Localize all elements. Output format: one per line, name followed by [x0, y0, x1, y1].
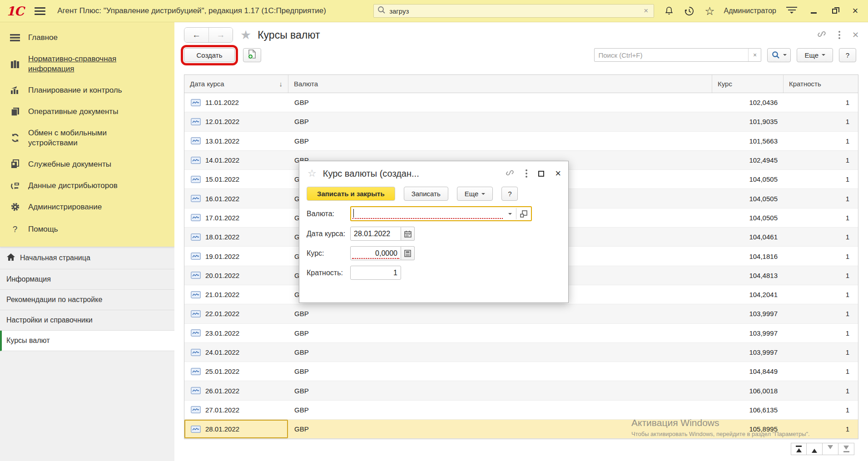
rate-input[interactable]: 0,0000 — [350, 246, 401, 260]
cell-date[interactable]: 16.01.2022 — [184, 189, 288, 208]
column-header-currency[interactable]: Валюта — [288, 75, 712, 93]
form-menu-kebab-icon[interactable] — [526, 169, 527, 178]
pin-star-icon[interactable]: ☆ — [308, 168, 317, 179]
cell-mult[interactable]: 1 — [783, 343, 859, 362]
cell-mult[interactable]: 1 — [783, 93, 859, 112]
column-header-date[interactable]: Дата курса ↓ — [184, 75, 288, 93]
minimize-button[interactable] — [809, 6, 818, 15]
form-menu-kebab-icon[interactable] — [838, 31, 840, 39]
back-button[interactable]: ← — [184, 28, 208, 42]
help-button[interactable]: ? — [839, 48, 856, 62]
cell-currency[interactable]: GBP — [288, 93, 712, 112]
dialog-more-button[interactable]: Еще — [457, 187, 493, 201]
get-link-icon[interactable] — [505, 168, 515, 179]
cell-rate[interactable]: 104,4813 — [712, 266, 783, 285]
cell-date[interactable]: 23.01.2022 — [184, 324, 288, 342]
cell-rate[interactable]: 102,4945 — [712, 151, 783, 169]
scroll-to-top-button[interactable] — [791, 443, 807, 455]
cell-date[interactable]: 11.01.2022 — [184, 93, 288, 112]
scroll-to-bottom-button[interactable] — [838, 443, 854, 455]
cell-mult[interactable]: 1 — [783, 266, 859, 285]
cell-mult[interactable]: 1 — [783, 420, 859, 438]
load-rates-button[interactable] — [243, 48, 261, 62]
currency-dropdown-icon[interactable] — [504, 207, 516, 220]
cell-mult[interactable]: 1 — [783, 247, 859, 265]
cell-mult[interactable]: 1 — [783, 151, 859, 169]
table-row[interactable]: 22.01.2022GBP103,99971 — [184, 304, 858, 323]
column-header-mult[interactable]: Кратность — [783, 75, 859, 93]
table-row[interactable]: 12.01.2022GBP101,90351 — [184, 112, 858, 131]
cell-date[interactable]: 19.01.2022 — [184, 247, 288, 265]
save-and-close-button[interactable]: Записать и закрыть — [307, 187, 395, 201]
close-dialog-icon[interactable]: × — [555, 169, 561, 178]
cell-currency[interactable]: GBP — [288, 132, 712, 150]
cell-date[interactable]: 18.01.2022 — [184, 228, 288, 246]
cell-date[interactable]: 14.01.2022 — [184, 151, 288, 169]
save-button[interactable]: Записать — [404, 187, 448, 201]
cell-mult[interactable]: 1 — [783, 285, 859, 304]
cell-currency[interactable]: GBP — [288, 420, 712, 438]
calendar-icon[interactable] — [401, 227, 415, 241]
cell-mult[interactable]: 1 — [783, 170, 859, 188]
global-search-clear-icon[interactable]: × — [642, 6, 650, 15]
calculator-icon[interactable] — [401, 246, 415, 260]
cell-rate[interactable]: 106,6135 — [712, 401, 783, 419]
cell-mult[interactable]: 1 — [783, 208, 859, 227]
sidebar-item-nastroyki[interactable]: Настройки и справочники — [0, 310, 174, 331]
cell-mult[interactable]: 1 — [783, 189, 859, 208]
favorites-star-icon[interactable]: ☆ — [704, 5, 714, 18]
table-row[interactable]: 26.01.2022GBP106,00181 — [184, 381, 858, 400]
get-link-icon[interactable] — [817, 29, 827, 41]
cell-rate[interactable]: 103,9997 — [712, 304, 783, 323]
cell-rate[interactable]: 104,2041 — [712, 285, 783, 304]
sidebar-item-obmen[interactable]: Обмен с мобильными устройствами — [0, 122, 150, 154]
cell-mult[interactable]: 1 — [783, 112, 859, 131]
table-row[interactable]: 24.01.2022GBP103,99971 — [184, 343, 858, 362]
currency-combo-field[interactable] — [350, 206, 532, 221]
notifications-bell-icon[interactable] — [664, 6, 674, 16]
cell-date[interactable]: 12.01.2022 — [184, 112, 288, 131]
table-row[interactable]: 25.01.2022GBP104,84491 — [184, 362, 858, 381]
cell-mult[interactable]: 1 — [783, 324, 859, 342]
close-form-icon[interactable]: ✕ — [852, 30, 859, 40]
cell-currency[interactable]: GBP — [288, 362, 712, 381]
cell-mult[interactable]: 1 — [783, 228, 859, 246]
sidebar-item-distributory[interactable]: Данные дистрибьюторов — [0, 175, 174, 196]
cell-date[interactable]: 15.01.2022 — [184, 170, 288, 188]
cell-rate[interactable]: 103,9997 — [712, 324, 783, 342]
table-row[interactable]: 28.01.2022GBP105,89951 — [184, 420, 858, 439]
cell-rate[interactable]: 104,0505 — [712, 208, 783, 227]
cell-rate[interactable]: 103,9997 — [712, 343, 783, 362]
sidebar-item-pomosch[interactable]: ? Помощь — [0, 218, 174, 241]
cell-rate[interactable]: 105,8995 — [712, 420, 783, 438]
cell-rate[interactable]: 104,1816 — [712, 247, 783, 265]
sidebar-item-glavnoe[interactable]: Главное — [0, 27, 174, 48]
search-options-button[interactable] — [767, 48, 791, 62]
more-button[interactable]: Еще — [797, 48, 833, 62]
cell-date[interactable]: 25.01.2022 — [184, 362, 288, 381]
cell-currency[interactable]: GBP — [288, 304, 712, 323]
history-icon[interactable] — [684, 6, 694, 16]
sidebar-item-home[interactable]: Начальная страница — [0, 247, 174, 269]
list-search-input[interactable] — [595, 51, 748, 59]
currency-input[interactable] — [351, 207, 504, 220]
cell-mult[interactable]: 1 — [783, 132, 859, 150]
cell-currency[interactable]: GBP — [288, 343, 712, 362]
cell-rate[interactable]: 101,9035 — [712, 112, 783, 131]
cell-mult[interactable]: 1 — [783, 304, 859, 323]
cell-rate[interactable]: 104,0461 — [712, 228, 783, 246]
cell-mult[interactable]: 1 — [783, 401, 859, 419]
sidebar-item-nsi[interactable]: Нормативно-справочная информация — [0, 48, 150, 79]
create-button[interactable]: Создать — [184, 48, 235, 62]
forward-button[interactable]: → — [208, 28, 233, 42]
hamburger-menu-icon[interactable] — [35, 7, 45, 15]
cell-mult[interactable]: 1 — [783, 381, 859, 400]
cell-rate[interactable]: 101,5663 — [712, 132, 783, 150]
cell-date[interactable]: 22.01.2022 — [184, 304, 288, 323]
cell-date[interactable]: 20.01.2022 — [184, 266, 288, 285]
pin-star-icon[interactable]: ★ — [240, 28, 251, 42]
sidebar-item-informaciya[interactable]: Информация — [0, 269, 174, 290]
table-row[interactable]: 13.01.2022GBP101,56631 — [184, 132, 858, 151]
cell-date[interactable]: 26.01.2022 — [184, 381, 288, 400]
cell-currency[interactable]: GBP — [288, 401, 712, 419]
